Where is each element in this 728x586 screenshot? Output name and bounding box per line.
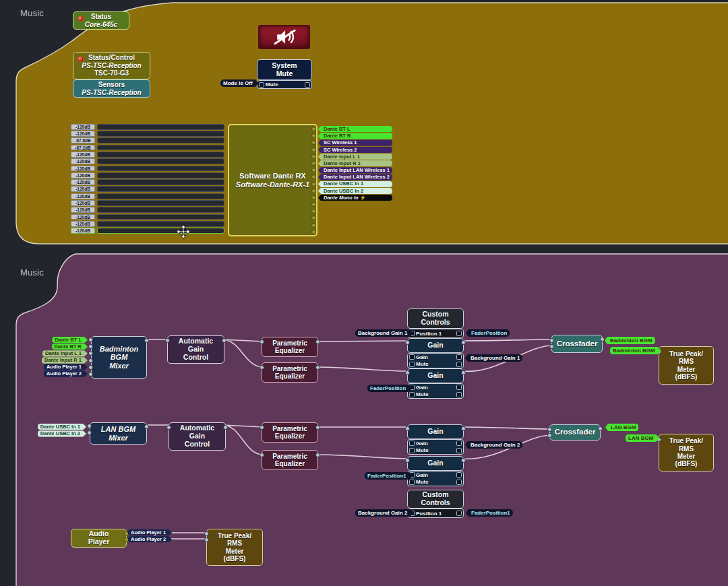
pin[interactable] (311, 182, 316, 187)
pin[interactable] (311, 154, 316, 159)
pin[interactable] (311, 202, 316, 207)
cc1-position-pin-row[interactable]: Position 1 (407, 329, 464, 338)
signal-tag[interactable]: Dante Mono In⚡ (318, 195, 392, 201)
input-pin[interactable] (166, 425, 171, 430)
output-pin[interactable] (461, 458, 466, 463)
peak-meter-block-1[interactable]: True Peak/ RMS Meter (dBFS) (659, 346, 714, 385)
signal-tag[interactable]: Dante Input L 1 (318, 154, 392, 160)
pin[interactable] (87, 424, 92, 428)
pin[interactable] (311, 174, 316, 179)
pin[interactable] (311, 133, 316, 138)
signal-tag[interactable]: Dante Input L 1 (42, 350, 88, 356)
signal-tag[interactable]: Dante USBC In 1 (38, 424, 86, 430)
software-dante-rx-block[interactable]: Software Dante RX Software-Dante-RX-1 (228, 124, 317, 236)
pin[interactable] (311, 209, 316, 214)
signal-tag-badminton-bgm-in[interactable]: Badminton BGM (610, 347, 661, 354)
signal-tag[interactable]: SC Wireless 2 (318, 147, 392, 153)
input-pin[interactable] (405, 340, 410, 345)
wire-tag-background-gain-2-in[interactable]: Background Gain 2 (355, 509, 413, 517)
agc-block-1[interactable]: Automatic Gain Control (167, 335, 224, 364)
gain-checkbox-pin[interactable] (456, 441, 462, 446)
system-mute-banner[interactable] (258, 25, 310, 49)
meter-row[interactable]: -120dB (71, 151, 224, 158)
meter-row[interactable]: -120dB (71, 227, 224, 234)
meter-row[interactable]: -120dB (71, 186, 224, 193)
meter-row[interactable]: -120dB (71, 178, 224, 185)
pin[interactable] (88, 351, 93, 356)
gain-block-4[interactable]: Gain (407, 456, 464, 471)
gain-checkbox-pin[interactable] (456, 472, 462, 478)
meter-row[interactable]: -120dB (71, 158, 224, 164)
meter-row[interactable]: -120dB (71, 165, 224, 172)
position-checkbox-pin[interactable] (456, 331, 462, 336)
input-pin[interactable] (549, 338, 554, 343)
signal-tag[interactable]: Dante Input LAN Wireless 1 (318, 167, 392, 173)
signal-tag-lan-bgm-in[interactable]: LAN BGM (626, 434, 659, 442)
signal-tag[interactable]: Dante BT R (318, 133, 392, 139)
meter-row[interactable]: -120dB (71, 214, 224, 220)
pin[interactable] (88, 365, 93, 370)
pin[interactable] (311, 148, 316, 152)
output-pin[interactable] (144, 338, 149, 343)
status-block[interactable]: Status Core-645c (73, 11, 129, 30)
agc-block-2[interactable]: Automatic Gain Control (169, 422, 226, 451)
output-pin[interactable] (598, 426, 603, 431)
peak-meter-block-3[interactable]: True Peak/ RMS Meter (dBFS) (206, 529, 263, 566)
mute-checkbox-pin[interactable] (456, 448, 462, 453)
output-pin[interactable] (144, 424, 149, 429)
wire-tag-background-gain-1-out[interactable]: Background Gain 1 (465, 354, 522, 362)
mute-checkbox-pin[interactable] (456, 392, 462, 397)
system-mute-block[interactable]: System Mute (257, 59, 312, 80)
output-pin[interactable] (461, 370, 466, 375)
lan-bgm-mixer-block[interactable]: LAN BGM Mixer (90, 422, 147, 445)
mute-checkbox-pin[interactable] (409, 448, 415, 453)
input-pin[interactable] (547, 427, 552, 432)
gain-block-2[interactable]: Gain (407, 368, 464, 383)
custom-controls-block-1[interactable]: Custom Controls (407, 308, 464, 329)
signal-tag[interactable]: Audio Player 1 (44, 364, 88, 370)
pin[interactable] (311, 216, 316, 220)
signal-tag[interactable]: Audio Player 2 (128, 536, 172, 542)
pin[interactable] (311, 140, 316, 145)
output-pin[interactable] (461, 426, 466, 431)
parametric-eq-block-4[interactable]: Parametric Equalizer (262, 450, 318, 470)
crossfader-block-2[interactable]: Crossfader (549, 424, 601, 441)
audio-player-block[interactable]: Audio Player (71, 529, 127, 548)
pin[interactable] (311, 127, 316, 131)
mute-checkbox-pin[interactable] (305, 82, 310, 88)
signal-tag-lan-bgm-out[interactable]: LAN BGM (605, 424, 638, 431)
output-pin[interactable] (461, 340, 466, 345)
pin[interactable] (311, 195, 316, 200)
badminton-bgm-mixer-block[interactable]: Badminton BGM Mixer (91, 336, 147, 379)
pin[interactable] (311, 168, 316, 172)
parametric-eq-block-3[interactable]: Parametric Equalizer (262, 422, 318, 443)
meter-row[interactable]: -120dB (71, 130, 224, 137)
output-pin[interactable] (223, 425, 228, 430)
pin[interactable] (311, 189, 316, 193)
position-checkbox-pin[interactable] (456, 511, 462, 516)
output-pin[interactable] (315, 453, 320, 457)
wire-tag-faderposition1-in[interactable]: FaderPosition1 (365, 472, 413, 480)
gain-checkbox-pin[interactable] (409, 354, 415, 360)
signal-tag[interactable]: Dante USBC In 2 (318, 188, 392, 194)
signal-tag[interactable]: Audio Player 2 (44, 370, 88, 377)
signal-tag[interactable]: Dante Input R 1 (318, 160, 392, 166)
input-pin[interactable] (549, 344, 554, 349)
input-pin[interactable] (260, 425, 264, 430)
parametric-eq-block-2[interactable]: Parametric Equalizer (262, 362, 318, 383)
signal-tag[interactable]: SC Wireless 1 (318, 139, 392, 145)
gain3-control-pin-row[interactable]: Gain Mute (407, 439, 464, 455)
signal-tag[interactable]: Dante BT L (52, 337, 88, 343)
mute-checkbox-pin[interactable] (259, 82, 264, 88)
meter-row[interactable]: -120dB (71, 199, 224, 206)
gain4-control-pin-row[interactable]: Gain Mute (407, 471, 464, 486)
pin[interactable] (311, 161, 316, 166)
signal-tag[interactable]: Dante Input LAN Wireless 2 (318, 174, 392, 180)
pin[interactable] (88, 337, 93, 342)
wire-tag-background-gain-2-out[interactable]: Background Gain 2 (465, 441, 522, 449)
wire-tag-background-gain-1-in[interactable]: Background Gain 1 (355, 329, 413, 337)
input-pin[interactable] (547, 433, 552, 438)
gain-block-1[interactable]: Gain (407, 338, 464, 353)
signal-tag[interactable]: Dante BT L (318, 126, 392, 132)
level-meter[interactable]: -120dB-120dB-67.8dB-67.2dB-120dB-120dB-1… (71, 123, 224, 236)
